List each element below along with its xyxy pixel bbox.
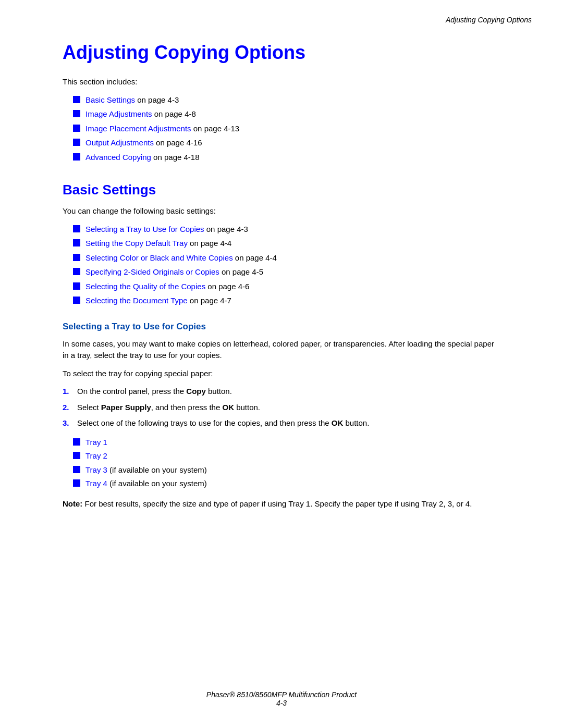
step-1: 1. On the control panel, press the Copy … — [63, 386, 500, 398]
list-item: Selecting the Document Type on page 4-7 — [73, 295, 500, 307]
subsection1-para1: In some cases, you may want to make copi… — [63, 338, 500, 362]
step-3: 3. Select one of the following trays to … — [63, 417, 500, 429]
toc-link-output-adjustments[interactable]: Output Adjustments — [85, 138, 154, 147]
intro-text: This section includes: — [63, 76, 500, 88]
list-item: Tray 3 (if available on your system) — [73, 464, 500, 476]
toc-link-image-placement[interactable]: Image Placement Adjustments — [85, 124, 191, 133]
link-selecting-quality[interactable]: Selecting the Quality of the Copies — [85, 282, 205, 291]
list-item: Tray 4 (if available on your system) — [73, 478, 500, 490]
link-selecting-document-type[interactable]: Selecting the Document Type — [85, 296, 188, 305]
list-item: Output Adjustments on page 4-16 — [73, 137, 500, 149]
toc-link-image-adjustments[interactable]: Image Adjustments — [85, 109, 152, 118]
header-text: Adjusting Copying Options — [446, 16, 532, 24]
list-item: Specifying 2-Sided Originals or Copies o… — [73, 266, 500, 278]
toc-link-advanced-copying[interactable]: Advanced Copying — [85, 153, 151, 162]
section1-list: Selecting a Tray to Use for Copies on pa… — [73, 224, 500, 307]
step-3-content: Select one of the following trays to use… — [77, 417, 500, 429]
bullet-icon — [73, 225, 80, 232]
footer-line1: Phaser® 8510/8560MFP Multifunction Produ… — [0, 690, 563, 699]
link-tray4[interactable]: Tray 4 — [85, 479, 107, 488]
subsection-title-selecting-tray: Selecting a Tray to Use for Copies — [63, 322, 500, 332]
bullet-icon — [73, 438, 80, 446]
bullet-icon — [73, 153, 80, 161]
list-item: Selecting the Quality of the Copies on p… — [73, 281, 500, 293]
bullet-icon — [73, 282, 80, 290]
note-block: Note: For best results, specify the size… — [63, 498, 500, 510]
step-1-content: On the control panel, press the Copy but… — [77, 386, 500, 398]
note-label: Note: — [63, 499, 82, 508]
list-item: Selecting Color or Black and White Copie… — [73, 252, 500, 264]
page-title: Adjusting Copying Options — [63, 42, 500, 64]
bullet-icon — [73, 254, 80, 261]
section-title-basic-settings: Basic Settings — [63, 182, 500, 198]
list-item: Selecting a Tray to Use for Copies on pa… — [73, 224, 500, 236]
list-item: Setting the Copy Default Tray on page 4-… — [73, 238, 500, 250]
step-num-1: 1. — [63, 386, 77, 398]
bullet-icon — [73, 96, 80, 103]
list-item: Tray 1 — [73, 437, 500, 449]
toc-list: Basic Settings on page 4-3 Image Adjustm… — [73, 94, 500, 164]
footer: Phaser® 8510/8560MFP Multifunction Produ… — [0, 690, 563, 707]
note-text: For best results, specify the size and t… — [82, 499, 472, 508]
list-item: Image Placement Adjustments on page 4-13 — [73, 123, 500, 135]
link-setting-copy-default[interactable]: Setting the Copy Default Tray — [85, 239, 188, 248]
list-item: Tray 2 — [73, 450, 500, 462]
list-item: Advanced Copying on page 4-18 — [73, 152, 500, 164]
bullet-icon — [73, 268, 80, 275]
bullet-icon — [73, 297, 80, 304]
footer-line2: 4-3 — [0, 699, 563, 707]
link-specifying-2sided[interactable]: Specifying 2-Sided Originals or Copies — [85, 267, 219, 276]
section1-intro: You can change the following basic setti… — [63, 205, 500, 217]
bullet-icon — [73, 239, 80, 246]
link-selecting-tray[interactable]: Selecting a Tray to Use for Copies — [85, 225, 204, 233]
bullet-icon — [73, 452, 80, 459]
bullet-icon — [73, 110, 80, 117]
bullet-icon — [73, 125, 80, 132]
step-num-3: 3. — [63, 417, 77, 429]
steps-list: 1. On the control panel, press the Copy … — [63, 386, 500, 429]
subsection1-para2: To select the tray for copying special p… — [63, 368, 500, 380]
step-2-content: Select Paper Supply, and then press the … — [77, 402, 500, 414]
header-right: Adjusting Copying Options — [446, 16, 532, 24]
page: Adjusting Copying Options Adjusting Copy… — [0, 0, 563, 728]
bullet-icon — [73, 466, 80, 473]
list-item: Basic Settings on page 4-3 — [73, 94, 500, 106]
step-2: 2. Select Paper Supply, and then press t… — [63, 402, 500, 414]
link-tray3[interactable]: Tray 3 — [85, 465, 107, 474]
link-selecting-color[interactable]: Selecting Color or Black and White Copie… — [85, 253, 233, 262]
toc-link-basic-settings[interactable]: Basic Settings — [85, 95, 135, 104]
tray-list: Tray 1 Tray 2 Tray 3 (if available on yo… — [73, 437, 500, 490]
bullet-icon — [73, 479, 80, 487]
step-num-2: 2. — [63, 402, 77, 414]
link-tray2[interactable]: Tray 2 — [85, 451, 107, 460]
link-tray1[interactable]: Tray 1 — [85, 438, 107, 447]
list-item: Image Adjustments on page 4-8 — [73, 108, 500, 120]
bullet-icon — [73, 139, 80, 146]
